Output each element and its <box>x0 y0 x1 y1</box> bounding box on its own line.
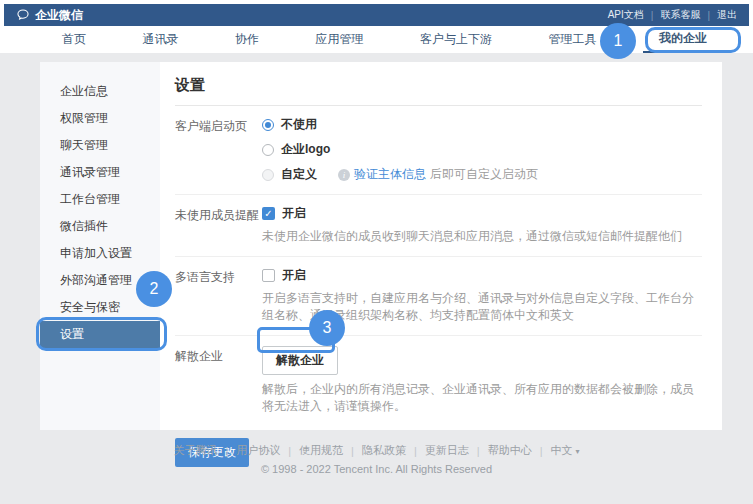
sidebar-item-chat-management[interactable]: 聊天管理 <box>40 132 160 159</box>
settings-main: 设置 客户端启动页 不使用 企业logo 自定义 <box>160 62 722 430</box>
topbar-separator: | <box>707 10 710 21</box>
nav-tab-app-management[interactable]: 应用管理 <box>306 26 374 53</box>
topbar-links: API文档 | 联系客服 | 退出 <box>608 8 737 22</box>
row-unused-member-reminder: 未使用成员提醒 开启 未使用企业微信的成员收到聊天消息和应用消息，通过微信或短信… <box>175 195 702 257</box>
checkbox-checked-icon[interactable] <box>262 207 275 220</box>
footer-separator: | <box>288 445 291 457</box>
footer-link-user-agreement[interactable]: 用户协议 <box>236 443 280 458</box>
content-panel: 企业信息 权限管理 聊天管理 通讯录管理 工作台管理 微信插件 申请加入设置 外… <box>40 62 722 430</box>
verify-subject-link[interactable]: 验证主体信息 <box>354 166 426 183</box>
footer-separator: | <box>351 445 354 457</box>
app-logo-text: 企业微信 <box>35 7 83 24</box>
footer-separator: | <box>540 445 543 457</box>
top-bar: 企业微信 API文档 | 联系客服 | 退出 <box>4 4 749 26</box>
footer-link-privacy-policy[interactable]: 隐私政策 <box>362 443 406 458</box>
unused-reminder-description: 未使用企业微信的成员收到聊天消息和应用消息，通过微信或短信邮件提醒他们 <box>262 228 702 245</box>
topbar-link-logout[interactable]: 退出 <box>717 8 737 22</box>
row-label: 客户端启动页 <box>175 116 262 183</box>
dissolve-description: 解散后，企业内的所有消息记录、企业通讯录、所有应用的数据都会被删除，成员将无法进… <box>262 381 702 415</box>
footer-language-selector[interactable]: 中文 ▾ <box>551 443 580 458</box>
nav-tab-collaboration[interactable]: 协作 <box>225 26 269 53</box>
unused-reminder-toggle[interactable]: 开启 <box>262 205 702 222</box>
custom-launch-hint: i 验证主体信息 后即可自定义启动页 <box>338 166 538 183</box>
sidebar-item-company-info[interactable]: 企业信息 <box>40 78 160 105</box>
footer-separator: | <box>225 445 228 457</box>
radio-selected-icon[interactable] <box>262 119 274 131</box>
annotation-highlight-my-company-tab <box>645 27 741 53</box>
multilanguage-toggle[interactable]: 开启 <box>262 267 702 284</box>
row-label: 解散企业 <box>175 346 262 415</box>
sidebar-item-permission-management[interactable]: 权限管理 <box>40 105 160 132</box>
radio-label: 企业logo <box>281 141 330 158</box>
sidebar-item-workbench-management[interactable]: 工作台管理 <box>40 186 160 213</box>
radio-unselected-icon[interactable] <box>262 144 274 156</box>
info-icon: i <box>338 169 350 181</box>
settings-sidebar: 企业信息 权限管理 聊天管理 通讯录管理 工作台管理 微信插件 申请加入设置 外… <box>40 62 160 430</box>
nav-tab-home[interactable]: 首页 <box>52 26 96 53</box>
checkbox-unchecked-icon[interactable] <box>262 269 275 282</box>
row-client-launch-page: 客户端启动页 不使用 企业logo 自定义 i <box>175 106 702 195</box>
footer-link-about-tencent[interactable]: 关于腾讯 <box>173 443 217 458</box>
annotation-highlight-settings-item <box>36 317 167 351</box>
page-title: 设置 <box>175 74 702 106</box>
radio-option-company-logo[interactable]: 企业logo <box>262 141 702 158</box>
toggle-label: 开启 <box>282 205 306 222</box>
app-logo: 企业微信 <box>16 7 83 24</box>
radio-option-custom: 自定义 i 验证主体信息 后即可自定义启动页 <box>262 166 702 183</box>
row-label: 未使用成员提醒 <box>175 205 262 245</box>
footer-separator: | <box>414 445 417 457</box>
annotation-step-2-badge: 2 <box>136 271 172 307</box>
sidebar-item-wechat-plugin[interactable]: 微信插件 <box>40 213 160 240</box>
radio-label: 不使用 <box>281 116 317 133</box>
annotation-step-3-badge: 3 <box>309 310 345 346</box>
footer-link-changelog[interactable]: 更新日志 <box>425 443 469 458</box>
nav-tab-contacts[interactable]: 通讯录 <box>133 26 189 53</box>
topbar-link-contact-support[interactable]: 联系客服 <box>660 8 700 22</box>
toggle-label: 开启 <box>282 267 306 284</box>
footer-separator: | <box>477 445 480 457</box>
radio-option-none[interactable]: 不使用 <box>262 116 702 133</box>
wecom-logo-icon <box>16 8 30 22</box>
sidebar-item-join-settings[interactable]: 申请加入设置 <box>40 240 160 267</box>
chevron-down-icon: ▾ <box>576 447 580 456</box>
row-label: 多语言支持 <box>175 267 262 324</box>
workspace-background: 企业信息 权限管理 聊天管理 通讯录管理 工作台管理 微信插件 申请加入设置 外… <box>0 53 753 504</box>
footer-link-usage-rules[interactable]: 使用规范 <box>299 443 343 458</box>
nav-tab-customers[interactable]: 客户与上下游 <box>410 26 502 53</box>
row-dissolve-company: 解散企业 解散企业 解散后，企业内的所有消息记录、企业通讯录、所有应用的数据都会… <box>175 336 702 426</box>
row-multilanguage-support: 多语言支持 开启 开启多语言支持时，自建应用名与介绍、通讯录与对外信息自定义字段… <box>175 257 702 336</box>
hint-text: 后即可自定义启动页 <box>430 166 538 183</box>
topbar-separator: | <box>651 10 654 21</box>
sidebar-item-contacts-management[interactable]: 通讯录管理 <box>40 159 160 186</box>
primary-nav: 首页 通讯录 协作 应用管理 客户与上下游 管理工具 我的企业 <box>4 26 749 53</box>
radio-disabled-icon <box>262 169 274 181</box>
nav-tab-admin-tools[interactable]: 管理工具 <box>539 26 607 53</box>
annotation-step-1-badge: 1 <box>600 23 636 59</box>
footer-link-help-center[interactable]: 帮助中心 <box>488 443 532 458</box>
radio-label: 自定义 <box>281 166 317 183</box>
footer-language-label: 中文 <box>551 444 573 456</box>
topbar-link-api-docs[interactable]: API文档 <box>608 8 644 22</box>
